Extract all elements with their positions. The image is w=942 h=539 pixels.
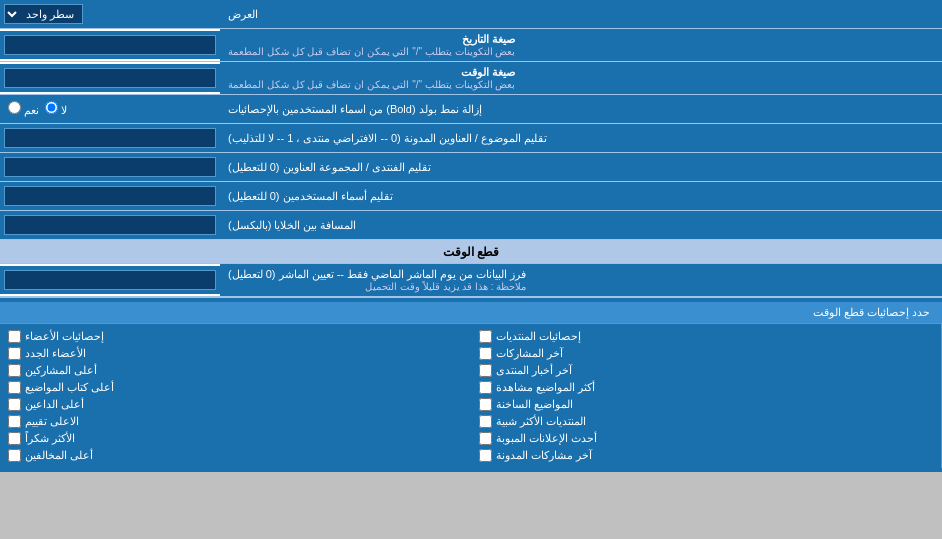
checkbox-members-stats[interactable] (8, 330, 21, 343)
checkbox-item-similar-forums: المنتديات الأكثر شبية (479, 413, 934, 430)
cells-spacing-input-area: 2 (0, 211, 220, 239)
time-format-input[interactable]: H:i (4, 68, 216, 88)
checkbox-old-topics[interactable] (479, 398, 492, 411)
checkbox-top-participants[interactable] (8, 364, 21, 377)
checkbox-item-top-guests: أعلى المخالفين (8, 447, 463, 464)
forum-group-row: تقليم الفنتدى / المجموعة العناوين (0 للت… (0, 153, 942, 182)
usernames-label: تقليم أسماء المستخدمين (0 للتعطيل) (220, 182, 942, 210)
cutoff-section-header: قطع الوقت (0, 240, 942, 264)
display-row: العرض سطر واحد (0, 0, 942, 29)
topics-authors-input[interactable]: 33 (4, 128, 216, 148)
date-format-input-area: d-m (0, 31, 220, 59)
checkbox-item-shares: آخر المشاركات (479, 345, 934, 362)
checkbox-item-members-stats: إحصائيات الأعضاء (8, 328, 463, 345)
display-label: العرض (220, 0, 942, 28)
topics-authors-input-area: 33 (0, 124, 220, 152)
checkbox-top-writers[interactable] (8, 381, 21, 394)
cells-spacing-row: المسافة بين الخلايا (بالبكسل) 2 (0, 211, 942, 240)
bold-radio-label: إزالة نمط بولد (Bold) من اسماء المستخدمي… (220, 95, 942, 123)
date-format-row: صيغة التاريخ بعض التكوينات يتطلب "/" الت… (0, 29, 942, 62)
checkbox-item-top-raters: الاعلى تقييم (8, 413, 463, 430)
bold-radio-yes[interactable] (8, 101, 21, 114)
checkbox-most-thanked[interactable] (8, 432, 21, 445)
cutoff-row: فرز البيانات من يوم الماشر الماضي فقط --… (0, 264, 942, 297)
checkbox-item-most-thanked: الأكثر شكراً (8, 430, 463, 447)
checkbox-item-participations: إحصائيات المنتديات (479, 328, 934, 345)
checkboxes-container: حدد إحصائيات قطع الوقت إحصائيات المنتديا… (0, 297, 942, 472)
forum-group-input[interactable]: 33 (4, 157, 216, 177)
checkbox-item-top-visitors: أعلى الداعين (8, 396, 463, 413)
checkboxes-grid: إحصائيات المنتديات آخر المشاركات آخر أخب… (0, 324, 942, 468)
checkbox-item-top-writers: أعلى كتاب المواضيع (8, 379, 463, 396)
bold-radio-row: إزالة نمط بولد (Bold) من اسماء المستخدمي… (0, 95, 942, 124)
forum-group-label: تقليم الفنتدى / المجموعة العناوين (0 للت… (220, 153, 942, 181)
cutoff-input-area: 0 (0, 266, 220, 294)
checkbox-col-2: إحصائيات الأعضاء الأعضاء الجدد أعلى المش… (0, 324, 471, 468)
checkbox-item-recent-participations: آخر مشاركات المدونة (479, 447, 934, 464)
checkbox-top-visitors[interactable] (8, 398, 21, 411)
forum-group-input-area: 33 (0, 153, 220, 181)
checkbox-similar-forums[interactable] (479, 415, 492, 428)
date-format-label: صيغة التاريخ بعض التكوينات يتطلب "/" الت… (220, 29, 942, 61)
checkbox-item-most-viewed: أكثر المواضيع مشاهدة (479, 379, 934, 396)
checkbox-col-1: إحصائيات المنتديات آخر المشاركات آخر أخب… (471, 324, 943, 468)
checkbox-new-members[interactable] (8, 347, 21, 360)
bold-radio-no-label: لا (45, 101, 67, 117)
topics-authors-row: تقليم الموضوع / العناوين المدونة (0 -- ا… (0, 124, 942, 153)
display-select[interactable]: سطر واحد (4, 4, 83, 24)
bold-radio-input-area: لا نعم (0, 95, 220, 123)
checkbox-participations[interactable] (479, 330, 492, 343)
usernames-input[interactable]: 0 (4, 186, 216, 206)
date-format-input[interactable]: d-m (4, 35, 216, 55)
display-select-area: سطر واحد (0, 0, 220, 28)
cutoff-input[interactable]: 0 (4, 270, 216, 290)
checkbox-shares[interactable] (479, 347, 492, 360)
checkbox-top-guests[interactable] (8, 449, 21, 462)
checkbox-item-top-participants: أعلى المشاركين (8, 362, 463, 379)
time-format-label: صيغة الوقت بعض التكوينات يتطلب "/" التي … (220, 62, 942, 94)
bold-radio-no[interactable] (45, 101, 58, 114)
time-format-row: صيغة الوقت بعض التكوينات يتطلب "/" التي … (0, 62, 942, 95)
checkboxes-header: حدد إحصائيات قطع الوقت (0, 302, 942, 324)
bold-radio-yes-label: نعم (8, 101, 39, 117)
checkbox-item-old-topics: المواضيع الساخنة (479, 396, 934, 413)
checkbox-most-viewed[interactable] (479, 381, 492, 394)
checkbox-item-recent-ads: أحدث الإعلانات المبوبة (479, 430, 934, 447)
usernames-input-area: 0 (0, 182, 220, 210)
time-format-input-area: H:i (0, 64, 220, 92)
topics-authors-label: تقليم الموضوع / العناوين المدونة (0 -- ا… (220, 124, 942, 152)
checkbox-item-forum-news: آخر أخبار المنتدى (479, 362, 934, 379)
checkbox-item-new-members: الأعضاء الجدد (8, 345, 463, 362)
cells-spacing-input[interactable]: 2 (4, 215, 216, 235)
checkbox-top-raters[interactable] (8, 415, 21, 428)
usernames-row: تقليم أسماء المستخدمين (0 للتعطيل) 0 (0, 182, 942, 211)
checkbox-recent-ads[interactable] (479, 432, 492, 445)
cutoff-label: فرز البيانات من يوم الماشر الماضي فقط --… (220, 264, 942, 296)
checkbox-forum-news[interactable] (479, 364, 492, 377)
cells-spacing-label: المسافة بين الخلايا (بالبكسل) (220, 211, 942, 239)
checkbox-recent-participations[interactable] (479, 449, 492, 462)
